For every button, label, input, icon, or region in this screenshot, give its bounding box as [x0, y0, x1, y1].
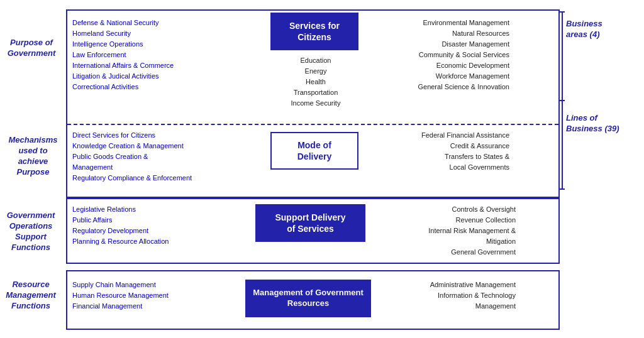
- mgmt-govt-resources-title: Management of GovernmentResources: [245, 280, 371, 317]
- section3-right-col: Controls & Oversight Revenue Collection …: [377, 204, 516, 258]
- bracket-bot-tick: [558, 188, 565, 190]
- label-lines-of-business: Lines ofBusiness (39): [566, 113, 640, 134]
- dashed-divider: [67, 124, 558, 125]
- label-business-areas: Businessareas (4): [566, 19, 640, 40]
- section4-right-col: Administrative Management Information & …: [377, 280, 516, 312]
- section2-right-col: Federal Financial Assistance Credit & As…: [374, 130, 509, 173]
- services-for-citizens-title: Services for Citizens: [270, 13, 358, 50]
- label-govt-operations: GovernmentOperationsSupportFunctions: [3, 210, 58, 253]
- main-container: Purpose ofGovernment Mechanismsused toac…: [0, 0, 644, 338]
- section1-right-col: Environmental Management Natural Resourc…: [374, 18, 509, 92]
- label-mechanisms: Mechanismsused toachievePurpose: [6, 135, 60, 178]
- label-purpose: Purpose ofGovernment: [6, 38, 57, 59]
- section3-left-col: Legislative Relations Public Affairs Reg…: [72, 204, 242, 247]
- mode-of-delivery-title: Mode ofDelivery: [270, 132, 358, 170]
- section1-center-col: Education Energy Health Transportation I…: [281, 55, 350, 109]
- bracket-mid-tick: [558, 100, 565, 101]
- section4-left-col: Supply Chain Management Human Resource M…: [72, 280, 233, 312]
- section2-left-col: Direct Services for Citizens Knowledge C…: [72, 130, 255, 183]
- label-resource-mgmt: ResourceManagementFunctions: [3, 280, 58, 312]
- bracket-top-tick: [558, 11, 565, 13]
- section1-left-col: Defense & National Security Homeland Sec…: [72, 18, 211, 92]
- support-delivery-title: Support Deliveryof Services: [255, 204, 365, 242]
